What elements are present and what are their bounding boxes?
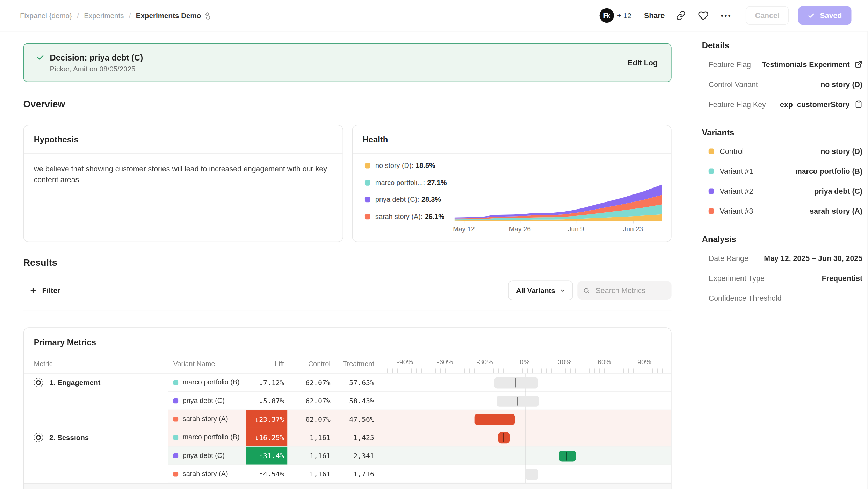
health-chart-x-axis: May 12May 26Jun 9Jun 23: [455, 221, 662, 234]
variant-label: Control: [719, 147, 744, 156]
variants-filter-dropdown[interactable]: All Variants: [508, 281, 573, 300]
collaborators-count[interactable]: + 12: [617, 11, 631, 20]
external-link-icon[interactable]: [855, 61, 862, 68]
legend-label: no story (D):: [375, 162, 413, 170]
check-icon: [37, 54, 44, 62]
breadcrumb-current[interactable]: Experiments Demo: [136, 11, 213, 20]
detail-row: Feature Flag Testimonials Experiment: [702, 54, 862, 74]
legend-item: marco portfoli...: 27.1%: [365, 177, 447, 188]
variant-label: Variant #1: [719, 167, 753, 176]
confidence-interval-bar: [497, 395, 540, 406]
copy-link-icon[interactable]: [674, 9, 687, 22]
control-variant-value: no story (D): [820, 80, 862, 88]
table-row[interactable]: 1. Engagement marco portfolio (B) ↓7.12%…: [24, 374, 671, 392]
variants-section: Variants Control no story (D) Variant #1…: [702, 127, 862, 221]
feature-flag-value[interactable]: Testimonials Experiment: [762, 60, 850, 69]
variant-name: priya debt (C): [183, 452, 225, 459]
analysis-row: Experiment Type Frequentist: [702, 268, 862, 288]
variants-filter-value: All Variants: [516, 286, 555, 295]
saved-button[interactable]: Saved: [798, 6, 852, 25]
variant-value: priya debt (C): [814, 187, 862, 196]
analysis-label: Date Range: [709, 254, 748, 262]
variant-color-dot: [173, 417, 178, 421]
metric-cell: 2. Sessions: [24, 428, 168, 447]
variant-value: marco portfolio (B): [795, 167, 862, 176]
cancel-button[interactable]: Cancel: [746, 6, 789, 25]
decision-byline: Picker, Amit on 08/05/2025: [50, 65, 143, 73]
metric-target-icon: [34, 433, 43, 442]
copy-clipboard-icon[interactable]: [855, 100, 862, 108]
analysis-heading: Analysis: [702, 234, 862, 244]
variant-row: Variant #3 sarah story (A): [702, 201, 862, 221]
favorite-heart-icon[interactable]: [697, 9, 710, 22]
detail-label: Feature Flag Key: [709, 100, 766, 108]
legend-label: priya debt (C):: [375, 196, 419, 203]
metric-cell: [24, 392, 168, 410]
add-metric-button[interactable]: Add: [24, 483, 671, 489]
legend-item: sarah story (A): 26.1%: [365, 211, 447, 222]
metric-name: 2. Sessions: [49, 433, 89, 442]
breadcrumb-experiments[interactable]: Experiments: [84, 11, 124, 20]
table-row[interactable]: priya debt (C) ↑31.4% 1,161 2,341: [24, 447, 671, 465]
metric-name: 1. Engagement: [49, 378, 100, 387]
variant-name: marco portfolio (B): [183, 378, 240, 386]
axis-tick-label: 0%: [520, 359, 530, 366]
edit-log-button[interactable]: Edit Log: [628, 58, 658, 67]
table-row[interactable]: sarah story (A) ↑4.54% 1,161 1,716: [24, 465, 671, 483]
confidence-interval-bar: [498, 432, 510, 443]
legend-value: 26.1%: [425, 213, 444, 220]
variant-color-dot: [173, 453, 178, 458]
legend-value: 28.3%: [421, 196, 441, 203]
top-bar-actions: Fk + 12 Share ••• Cancel Saved: [599, 6, 851, 25]
variant-row: Variant #1 marco portfolio (B): [702, 161, 862, 181]
legend-item: no story (D): 18.5%: [365, 160, 447, 171]
variant-label: Variant #3: [719, 207, 753, 215]
treatment-value: 47.56%: [332, 410, 375, 428]
variant-color-chip: [709, 169, 714, 174]
app-window: Fixpanel {demo} / Experiments / Experime…: [0, 0, 868, 489]
analysis-label: Confidence Threshold: [709, 294, 782, 302]
variant-color-dot: [173, 380, 178, 385]
column-header-lift: Lift: [246, 355, 287, 373]
chevron-down-icon: [560, 287, 566, 293]
detail-label: Feature Flag: [709, 60, 751, 69]
analysis-row: Confidence Threshold: [702, 288, 862, 308]
axis-tick-label: 60%: [598, 359, 612, 366]
add-filter-button[interactable]: Filter: [23, 286, 60, 295]
top-bar: Fixpanel {demo} / Experiments / Experime…: [0, 0, 868, 31]
variant-value: sarah story (A): [810, 207, 862, 215]
more-options-icon[interactable]: •••: [719, 9, 733, 22]
saved-button-label: Saved: [820, 11, 842, 20]
primary-metrics-card: Primary Metrics Metric Variant Name Lift…: [23, 327, 672, 489]
legend-value: 27.1%: [427, 179, 447, 186]
share-button[interactable]: Share: [644, 11, 665, 20]
metric-cell: [24, 447, 168, 465]
axis-tick-label: 30%: [558, 359, 572, 366]
analysis-row: Date Range May 12, 2025 – Jun 30, 2025: [702, 248, 862, 268]
search-metrics-input[interactable]: [594, 286, 666, 295]
hypothesis-card: Hypothesis we believe that showing custo…: [23, 125, 343, 242]
axis-tick-label: -90%: [397, 359, 413, 366]
details-heading: Details: [702, 41, 862, 50]
search-metrics-box[interactable]: [577, 281, 671, 300]
point-estimate-tick: [494, 415, 494, 424]
lift-value: ↑31.4%: [246, 447, 287, 465]
series-color-chip: [365, 180, 370, 185]
x-axis-tick: [576, 221, 577, 223]
results-toolbar: Filter All Variants: [23, 281, 672, 311]
plus-icon: [29, 286, 37, 294]
table-row[interactable]: 2. Sessions marco portfolio (B) ↓16.25% …: [24, 428, 671, 447]
decision-title: Decision: priya debt (C): [50, 52, 143, 63]
breadcrumb-project[interactable]: Fixpanel {demo}: [20, 11, 72, 20]
confidence-interval-cell: [375, 392, 671, 410]
x-axis-label: May 26: [509, 225, 531, 233]
axis-tick-label: -60%: [437, 359, 453, 366]
page-title: Experiments Demo: [136, 11, 201, 20]
table-row[interactable]: sarah story (A) ↓23.37% 62.07% 47.56%: [24, 410, 671, 428]
metric-cell: [24, 465, 168, 483]
avatar[interactable]: Fk: [599, 8, 614, 23]
variants-heading: Variants: [702, 127, 862, 137]
variant-name: sarah story (A): [183, 415, 228, 423]
table-row[interactable]: priya debt (C) ↓5.87% 62.07% 58.43%: [24, 392, 671, 410]
variant-color-dot: [173, 435, 178, 440]
